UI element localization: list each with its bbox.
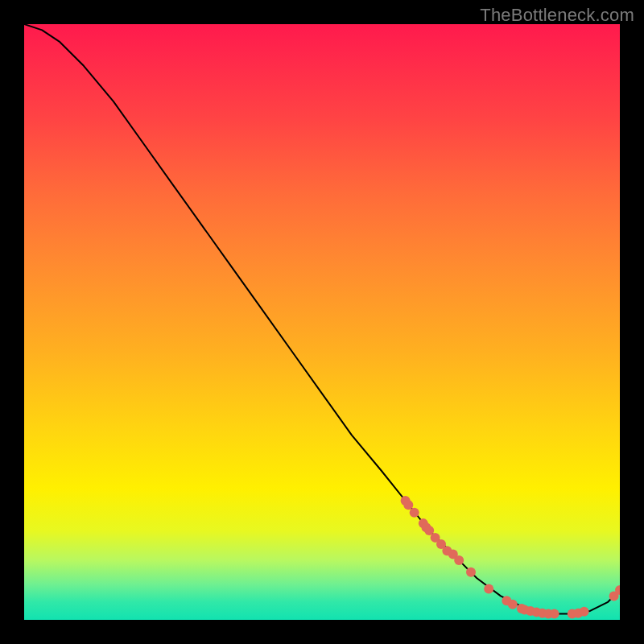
highlight-dot xyxy=(580,607,589,617)
bottleneck-curve xyxy=(24,24,620,614)
chart-plot-area xyxy=(24,24,620,620)
highlight-dot xyxy=(484,584,493,594)
chart-overlay xyxy=(24,24,620,620)
highlight-dots-group xyxy=(401,496,620,619)
highlight-dot xyxy=(466,568,476,577)
highlight-dot xyxy=(508,600,518,609)
highlight-dot xyxy=(550,609,559,619)
watermark-text: TheBottleneck.com xyxy=(480,5,634,26)
highlight-dot xyxy=(403,500,413,510)
highlight-dot xyxy=(410,508,419,518)
highlight-dot xyxy=(454,555,464,565)
